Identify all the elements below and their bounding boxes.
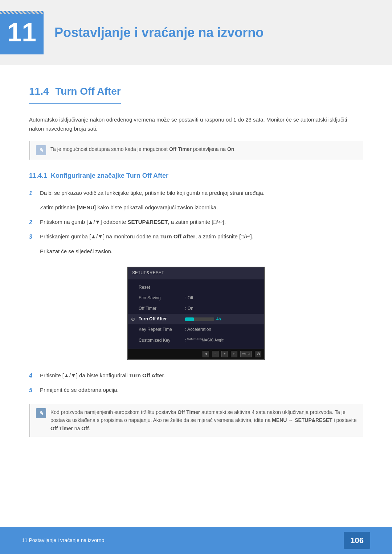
- step-number-3: 3: [29, 232, 40, 242]
- progress-value: 4h: [216, 316, 221, 323]
- screen-menu: Reset Eco Saving : Off Off Timer : On ⚙ …: [128, 279, 264, 349]
- menu-item-reset: Reset: [128, 282, 264, 293]
- step-text-3: Pritiskanjem gumba [▲/▼] na monitoru dođ…: [40, 232, 253, 241]
- step-number-2: 2: [29, 217, 40, 227]
- step-2: 2 Pritiskom na gumb [▲/▼] odaberite SETU…: [29, 217, 363, 227]
- main-content: 11.4 Turn Off After Automatsko isključiv…: [0, 83, 392, 477]
- step-1: 1 Da bi se prikazao vodič za funkcijske …: [29, 188, 363, 198]
- step-text-4: Pritisnite [▲/▼] da biste konfigurirali …: [40, 371, 166, 380]
- chapter-title: Postavljanje i vraćanje na izvorno: [54, 22, 264, 43]
- step-5: 5 Primijenit će se odabrana opcija.: [29, 385, 363, 395]
- btn-minus: −: [212, 351, 219, 357]
- step-number-4: 4: [29, 371, 40, 381]
- btn-auto: AUTO: [240, 351, 252, 357]
- page-header: 11 Postavljanje i vraćanje na izvorno: [0, 0, 392, 65]
- note-box-1: ✎ Ta je mogućnost dostupna samo kada je …: [29, 141, 363, 160]
- menu-item-eco-saving: Eco Saving : Off: [128, 293, 264, 303]
- note-text-2: Kod proizvoda namijenjenih europskom trž…: [50, 408, 357, 432]
- screen-header: SETUP&RESET: [128, 267, 264, 279]
- step-text-2: Pritiskom na gumb [▲/▼] odaberite SETUP&…: [40, 217, 226, 227]
- step-1-sub: Zatim pritisnite [MENU] kako biste prika…: [40, 203, 363, 212]
- progress-bar-bg: [185, 317, 214, 321]
- menu-item-off-timer: Off Timer : On: [128, 303, 264, 314]
- section-heading: 11.4 Turn Off After: [29, 83, 121, 104]
- screen-container: SETUP&RESET Reset Eco Saving : Off Off T…: [29, 267, 363, 360]
- menu-item-customized-key: Customized Key : SAMSUNGMAGIC Angle: [128, 335, 264, 346]
- step-number-5: 5: [29, 385, 40, 395]
- note-box-2: ✎ Kod proizvoda namijenjenih europskom t…: [29, 404, 363, 437]
- gear-icon: ⚙: [131, 315, 135, 323]
- step-text-5: Primijenit će se odabrana opcija.: [40, 385, 119, 395]
- footer-chapter-text: 11 Postavljanje i vraćanje na izvorno: [22, 536, 104, 544]
- step-3-sub: Prikazat će se sljedeći zaslon.: [40, 247, 363, 256]
- step-number-1: 1: [29, 188, 40, 198]
- footer-page-number: 106: [344, 532, 370, 549]
- screen-bottom-bar: ◄ − + ↩ AUTO ⏻: [128, 349, 264, 359]
- step-3: 3 Pritiskanjem gumba [▲/▼] na monitoru d…: [29, 232, 363, 242]
- menu-item-key-repeat: Key Repeat Time : Acceleration: [128, 324, 264, 335]
- step-4: 4 Pritisnite [▲/▼] da biste konfiguriral…: [29, 371, 363, 381]
- subsection-heading: 11.4.1 Konfiguriranje značajke Turn Off …: [29, 171, 363, 181]
- btn-left: ◄: [203, 351, 209, 357]
- btn-enter: ↩: [231, 351, 237, 357]
- page-footer: 11 Postavljanje i vraćanje na izvorno 10…: [0, 527, 392, 554]
- btn-plus: +: [221, 351, 228, 357]
- btn-power: ⏻: [255, 351, 261, 357]
- menu-item-turn-off-after: ⚙ Turn Off After 4h: [128, 314, 264, 324]
- screen-mockup: SETUP&RESET Reset Eco Saving : Off Off T…: [127, 267, 265, 360]
- note-icon-2: ✎: [36, 408, 46, 418]
- intro-paragraph: Automatsko isključivanje nakon određenog…: [29, 115, 363, 134]
- note-text-1: Ta je mogućnost dostupna samo kada je mo…: [50, 145, 236, 153]
- progress-bar: 4h: [185, 316, 221, 323]
- step-text-1: Da bi se prikazao vodič za funkcijske ti…: [40, 188, 265, 198]
- chapter-number: 11: [0, 11, 44, 54]
- progress-bar-fill: [185, 317, 194, 321]
- note-icon-1: ✎: [36, 145, 46, 155]
